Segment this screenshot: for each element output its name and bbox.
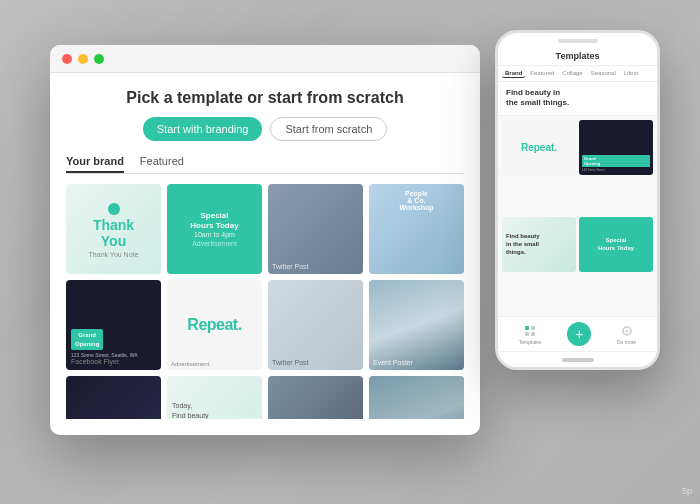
phone-find-small-text: Find beautyin the smallthings. [506,233,572,256]
svg-rect-3 [531,332,535,336]
fb-flyer-label: Facebook Flyer [71,358,119,365]
phone-tab-brand[interactable]: Brand [502,69,525,78]
svg-rect-0 [525,326,529,330]
dialog-title: Pick a template or start from scratch [126,89,403,107]
more-icon [620,324,634,338]
templates-grid: ThankYou Thank You Note SpecialHours Tod… [66,184,464,419]
phone-tabs: Brand Featured Collage Seasonal Lifest [498,66,657,82]
cta-buttons: Start with branding Start from scratch [143,117,388,141]
watermark: 5p [682,486,692,496]
grand-badge: GrandOpening [71,329,103,350]
template-card-fb[interactable] [66,376,161,419]
phone-card-grand[interactable]: GrandOpening 123 Some Street [579,120,653,175]
phone-find-text: Find beauty inthe small things. [506,88,649,109]
tab-featured[interactable]: Featured [140,155,184,173]
maximize-traffic-light[interactable] [94,54,104,64]
template-card-twitter2[interactable]: Twitter Post [268,376,363,419]
today-text: Today,Find beautyin the smallthings. [172,401,257,419]
templates-nav-label: Templates [519,339,542,345]
close-traffic-light[interactable] [62,54,72,64]
more-nav-label: Do more [617,339,636,345]
phone-tab-collage[interactable]: Collage [559,69,585,78]
mobile-phone: Templates Brand Featured Collage Seasona… [495,30,660,370]
window-titlebar [50,45,480,73]
svg-rect-2 [525,332,529,336]
template-card-repeat[interactable]: Repeat. Advertisement [167,280,262,370]
thankyou-label: Thank You Note [89,251,139,258]
template-card-today[interactable]: Today,Find beautyin the smallthings. [167,376,262,419]
template-card-event[interactable]: Event Poster [369,280,464,370]
template-card-people[interactable]: People& Co.Workshop [369,184,464,274]
phone-special-text: SpecialHours Today [598,237,634,253]
thankyou-title: ThankYou [93,218,134,249]
minimize-traffic-light[interactable] [78,54,88,64]
start-branding-button[interactable]: Start with branding [143,117,263,141]
nav-more[interactable]: Do more [617,324,636,345]
phone-bottom-nav: Templates + Do more [498,316,657,351]
phone-header: Templates [498,45,657,66]
template-card-advertisement[interactable]: Twitter Post [268,280,363,370]
brand-dot [108,203,120,215]
template-card-special-hours[interactable]: SpecialHours Today 10am to 4pm Advertise… [167,184,262,274]
desktop-window: Pick a template or start from scratch St… [50,45,480,435]
add-button[interactable]: + [567,322,591,346]
special-hours-sub: 10am to 4pm [194,231,235,238]
template-card-twitter[interactable]: Twitter Post [268,184,363,274]
phone-card-find[interactable]: Find beautyin the smallthings. [502,217,576,272]
templates-icon [523,324,537,338]
advertisement-label-2: Advertisement [171,361,209,367]
phone-tab-lifest[interactable]: Lifest [621,69,641,78]
people-title: People& Co.Workshop [399,190,433,211]
repeat-title: Repeat. [187,316,241,334]
phone-card-special[interactable]: SpecialHours Today [579,217,653,272]
phone-card-repeat[interactable]: Repeat. [502,120,576,175]
advertisement-label-1: Advertisement [192,240,237,247]
tab-your-brand[interactable]: Your brand [66,155,124,173]
template-card-event2[interactable]: Event Poster [369,376,464,419]
event-label: Event Poster [373,359,460,366]
template-card-thankyou[interactable]: ThankYou Thank You Note [66,184,161,274]
phone-screen: Templates Brand Featured Collage Seasona… [498,45,657,316]
phone-repeat-text: Repeat. [521,142,557,153]
start-scratch-button[interactable]: Start from scratch [270,117,387,141]
phone-grand-badge: GrandOpening [582,155,650,167]
twitter-label: Twitter Post [272,263,309,270]
phone-grand-text: 123 Some Street [582,168,650,172]
window-content: Pick a template or start from scratch St… [50,73,480,435]
phone-header-title: Templates [506,51,649,61]
template-tabs: Your brand Featured [66,155,464,174]
phone-home-indicator [498,351,657,367]
nav-templates[interactable]: Templates [519,324,542,345]
phone-speaker [558,39,598,43]
phone-tab-seasonal[interactable]: Seasonal [588,69,619,78]
phone-find-beauty-section: Find beauty inthe small things. [498,82,657,116]
template-card-grand-opening[interactable]: GrandOpening 123 Some Street, Seattle, W… [66,280,161,370]
home-button[interactable] [562,358,594,362]
phone-tab-featured[interactable]: Featured [527,69,557,78]
phone-cards-area: Repeat. GrandOpening 123 Some Street Fin… [498,116,657,316]
special-hours-title: SpecialHours Today [190,211,238,230]
adv-label: Twitter Post [272,359,359,366]
svg-rect-1 [531,326,535,330]
main-container: Pick a template or start from scratch St… [0,0,700,504]
